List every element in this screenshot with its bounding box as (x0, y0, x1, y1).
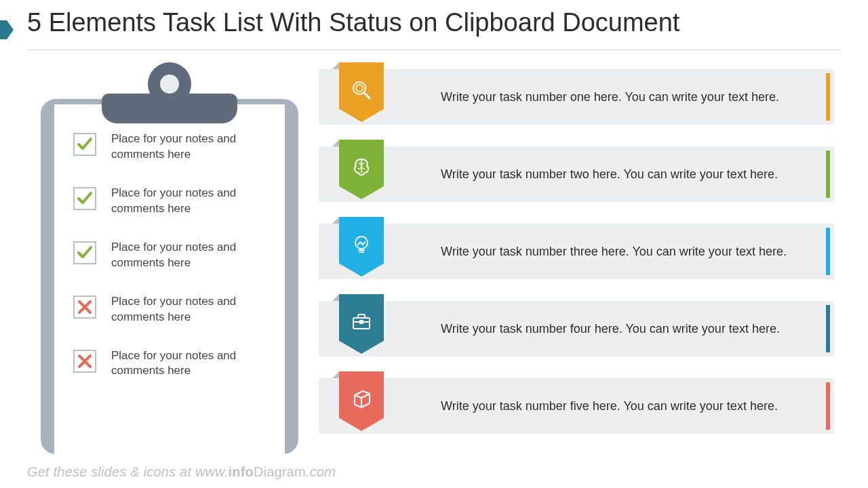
clipboard-item-text: Place for your notes and comments here (111, 348, 266, 380)
slide-title: 5 Elements Task List With Status on Clip… (27, 8, 841, 50)
task-row-accent (826, 150, 830, 198)
task-badge (339, 140, 384, 199)
task-row: Write your task number five here. You ca… (319, 378, 834, 434)
task-row-accent (826, 73, 830, 121)
task-row: Write your task number two here. You can… (319, 146, 834, 202)
task-list: Write your task number one here. You can… (319, 69, 834, 434)
cube-icon (349, 387, 374, 411)
clipboard-item: Place for your notes and comments here (73, 121, 266, 175)
footer-credit: Get these slides & icons at www.infoDiag… (27, 464, 336, 480)
check-icon (73, 241, 96, 264)
task-text: Write your task number five here. You ca… (441, 398, 778, 414)
task-row-accent (826, 382, 830, 430)
footer-suffix: .com (306, 464, 336, 479)
task-row: Write your task number three here. You c… (319, 224, 834, 279)
task-text: Write your task number one here. You can… (441, 89, 779, 105)
task-row: Write your task number one here. You can… (319, 69, 834, 125)
title-accent (0, 20, 7, 39)
briefcase-icon (349, 310, 374, 334)
footer-brand-rest: Diagram (254, 464, 306, 479)
task-text: Write your task number four here. You ca… (441, 321, 780, 337)
task-text: Write your task number two here. You can… (441, 166, 778, 182)
cross-icon (73, 296, 96, 319)
clipboard-item-text: Place for your notes and comments here (111, 186, 266, 217)
clipboard-item-text: Place for your notes and comments here (111, 294, 266, 325)
footer-text: Get these slides & icons at www. (27, 464, 229, 479)
clipboard-clip-icon (102, 94, 237, 123)
clipboard-paper: Place for your notes and comments herePl… (54, 104, 285, 474)
check-icon (73, 187, 96, 210)
magnifier-icon (349, 78, 374, 102)
task-badge (339, 62, 384, 122)
clipboard-item: Place for your notes and comments here (73, 229, 266, 283)
task-badge (339, 294, 384, 354)
clipboard-item: Place for your notes and comments here (73, 283, 266, 338)
clipboard-item: Place for your notes and comments here (73, 338, 266, 392)
clipboard-item-text: Place for your notes and comments here (111, 131, 266, 163)
task-row: Write your task number four here. You ca… (319, 301, 834, 357)
clipboard-item: Place for your notes and comments here (73, 175, 266, 229)
task-badge (339, 371, 384, 431)
task-badge (339, 217, 384, 277)
bulb-icon (349, 232, 374, 257)
task-text: Write your task number three here. You c… (441, 243, 787, 260)
footer-brand-bold: info (229, 464, 254, 479)
check-icon (73, 133, 96, 156)
cross-icon (73, 350, 96, 373)
task-row-accent (826, 305, 830, 352)
clipboard: Place for your notes and comments herePl… (41, 75, 298, 454)
task-row-accent (826, 228, 830, 275)
brain-icon (349, 155, 374, 180)
clipboard-item-text: Place for your notes and comments here (111, 240, 266, 271)
